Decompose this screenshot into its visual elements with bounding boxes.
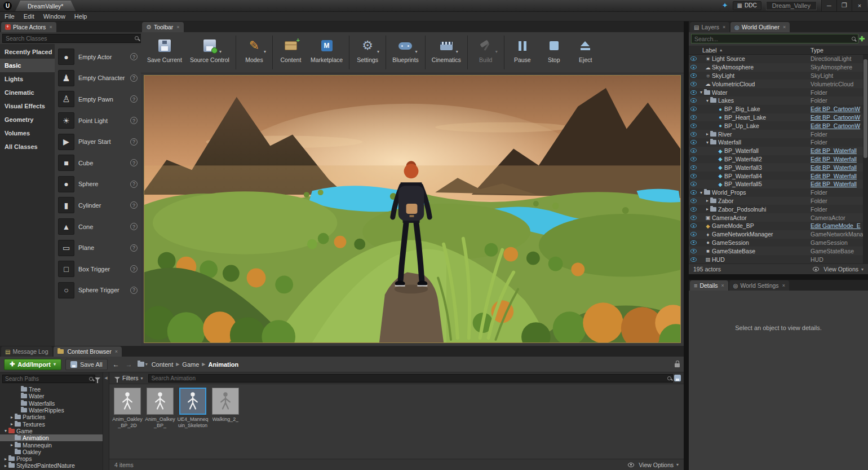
search-assets-input[interactable] [148,374,673,383]
help-icon[interactable]: ? [130,159,138,166]
column-header-label[interactable]: Label ▲ [689,47,811,54]
place-actor-item[interactable]: Empty Character ? [55,68,141,89]
close-icon[interactable]: × [49,24,52,30]
menu-item[interactable]: Help [70,12,92,21]
build-button[interactable]: ▾ Build [470,33,502,72]
outliner-row[interactable]: BP_Waterfall Edit BP_Waterfall [689,147,868,155]
expander-arrow-icon[interactable] [3,463,8,468]
scrollbar-thumb[interactable] [863,59,867,158]
UE4_Mannequin_Skeleton[interactable]: UE4_Mannequin_Skeleton [177,388,209,428]
expander-arrow-icon[interactable] [698,90,704,95]
close-icon[interactable]: × [115,349,118,354]
project-window-tab[interactable]: DreamValley* [15,1,76,11]
outliner-row[interactable]: GameNetworkManager GameNetworkMana [689,230,868,239]
visibility-eye-icon[interactable] [690,174,697,178]
folder-tree-item[interactable]: Waterfalls [0,400,103,407]
folder-tree-item[interactable]: Textures [0,420,103,427]
history-forward-button[interactable]: → [125,361,134,368]
visibility-eye-icon[interactable] [690,157,697,161]
help-icon[interactable]: ? [130,287,138,294]
folder-tree-item[interactable]: StylizedPaintedNature [0,462,103,469]
marketplace-button[interactable]: ▾ Marketplace [307,33,347,72]
close-icon[interactable]: × [176,24,179,30]
folder-tree-item[interactable]: Tree [0,386,103,393]
outliner-row[interactable]: Zabor Folder [689,197,868,205]
close-icon[interactable]: × [782,283,785,288]
eject-button[interactable]: ▾ Eject [570,33,601,72]
tab-content-browser[interactable]: Content Browser × [54,346,122,357]
outliner-row[interactable]: GameStateBase GameStateBase [689,247,868,255]
outliner-row[interactable]: River Folder [689,130,868,138]
add-filter-icon[interactable]: ✚ [858,35,866,43]
blueprints-button[interactable]: ▾ Blueprints [388,33,423,72]
category-item[interactable]: All Classes [0,140,55,153]
visibility-eye-icon[interactable] [690,216,697,220]
Anim_Oakley_BP_2D[interactable]: Anim_Oakley_BP_2D [112,388,143,428]
folder-tree-item[interactable]: Particles [0,414,103,420]
visibility-eye-icon[interactable] [690,199,697,203]
outliner-row[interactable]: BP_Up_Lake Edit BP_CartoonW [689,121,868,130]
visibility-eye-icon[interactable] [690,132,697,137]
save-all-button[interactable]: Save All [65,359,108,370]
close-button[interactable]: × [852,0,867,11]
tab-place-actors[interactable]: Place Actors × [1,22,56,32]
visibility-eye-icon[interactable] [690,90,697,95]
pause-button[interactable]: ▾ Pause [507,33,538,72]
help-icon[interactable]: ? [130,223,138,230]
minimize-button[interactable]: ─ [821,0,836,11]
category-item[interactable]: Recently Placed [0,45,55,59]
history-back-button[interactable]: ← [112,361,121,368]
outliner-row[interactable]: World_Props Folder [689,188,868,197]
help-icon[interactable]: ? [130,181,138,188]
settings-button[interactable]: ▾ Settings [352,33,383,72]
category-item[interactable]: Cinematic [0,86,55,99]
folder-tree-item[interactable]: Game [0,428,103,434]
place-actor-item[interactable]: Point Light ? [55,110,141,131]
expander-arrow-icon[interactable] [9,421,15,427]
expander-arrow-icon[interactable] [3,456,8,462]
outliner-scrollbar[interactable] [863,55,868,263]
engine-notification-icon[interactable]: ✦ [722,1,728,10]
place-actor-item[interactable]: Cylinder ? [55,195,141,216]
column-header-type[interactable]: Type [811,47,868,54]
visibility-eye-icon[interactable] [690,82,697,86]
cinematics-button[interactable]: ▾ Cinematics [428,33,465,72]
outliner-row[interactable]: SkyAtmosphere SkyAtmosphere [689,63,868,72]
help-icon[interactable]: ? [130,95,138,103]
breadcrumb-item[interactable]: Animation ▶ [208,361,238,368]
folder-tree-item[interactable]: Oakley [0,449,103,455]
place-actor-item[interactable]: Cube ? [55,152,141,174]
add-import-button[interactable]: ✚ Add/Import ▾ [4,359,61,370]
help-icon[interactable]: ? [130,244,138,252]
outliner-row[interactable]: BP_Waterfall4 Edit BP_Waterfall [689,172,868,180]
view-options-button[interactable]: View Options ▾ [626,462,679,468]
filter-icon[interactable] [95,377,100,380]
tab-message-log[interactable]: Message Log [1,346,52,357]
visibility-eye-icon[interactable] [690,140,697,144]
help-icon[interactable]: ? [130,53,138,60]
visibility-eye-icon[interactable] [690,124,697,128]
outliner-row[interactable]: Waterfall Folder [689,138,868,147]
view-options-button[interactable]: View Options ▾ [811,266,863,273]
tab-details[interactable]: Details × [690,280,728,291]
category-item[interactable]: Basic [0,59,55,72]
lock-icon[interactable] [675,359,680,370]
visibility-eye-icon[interactable] [690,107,697,111]
outliner-row[interactable]: Zabor_Podsolnuhi Folder [689,205,868,213]
expander-arrow-icon[interactable] [3,428,8,433]
outliner-row[interactable]: Water Folder [689,88,868,96]
help-icon[interactable]: ? [130,117,138,124]
outliner-row[interactable]: BP_Big_Lake Edit BP_CartoonW [689,105,868,113]
outliner-row[interactable]: BP_Waterfall5 Edit BP_Waterfall [689,180,868,188]
outliner-row[interactable]: HUD HUD [689,255,868,263]
visibility-eye-icon[interactable] [690,98,697,103]
help-icon[interactable]: ? [130,201,138,209]
menu-item[interactable]: File [0,12,19,21]
close-icon[interactable]: × [783,24,786,30]
tab-layers[interactable]: Layers × [690,22,729,32]
close-icon[interactable]: × [721,283,724,288]
restore-button[interactable]: ❐ [836,0,852,11]
tab-world-outliner[interactable]: World Outliner × [730,22,790,32]
Walking_2_[interactable]: Walking_2_ [210,388,241,423]
visibility-eye-icon[interactable] [690,165,697,170]
